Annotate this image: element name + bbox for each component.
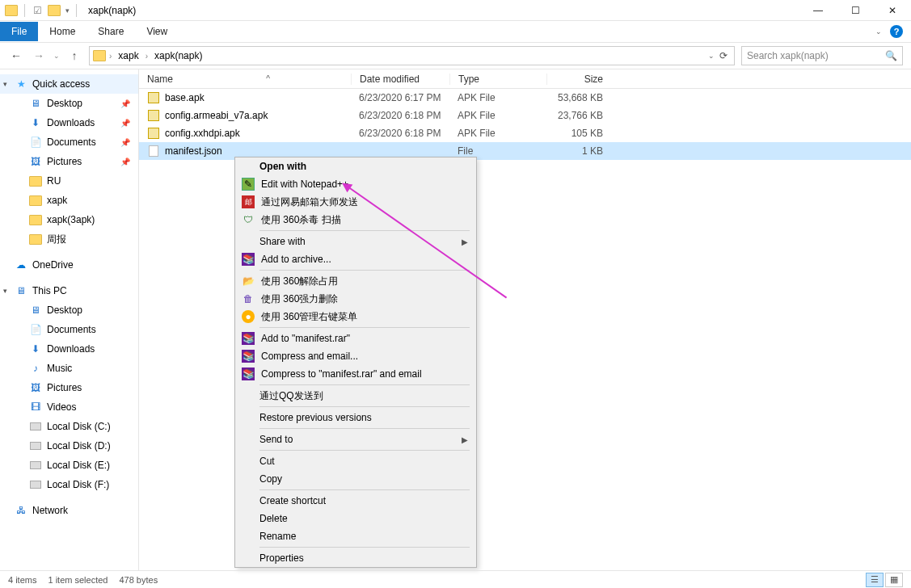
view-icons-button[interactable]: ▦ <box>885 573 903 587</box>
column-size[interactable]: Size <box>546 74 611 85</box>
sidebar-item[interactable]: 周报 <box>0 229 138 249</box>
sidebar-item[interactable]: 🖼Pictures📌 <box>0 152 138 171</box>
address-dropdown-icon[interactable]: ⌄ <box>708 52 715 60</box>
back-button[interactable]: ← <box>8 48 24 64</box>
sidebar-item[interactable]: ⬇Downloads <box>0 339 138 359</box>
pin-icon: 📌 <box>120 138 130 147</box>
sidebar-item[interactable]: Local Disk (C:) <box>0 417 138 436</box>
ctx-delete[interactable]: Delete <box>235 510 476 527</box>
sidebar-item[interactable]: Local Disk (F:) <box>0 475 138 494</box>
sidebar-item-label: 周报 <box>47 233 66 246</box>
ctx-360-force-delete[interactable]: 🗑使用 360强力删除 <box>235 290 476 308</box>
file-row[interactable]: base.apk6/23/2020 6:17 PMAPK File53,668 … <box>139 89 911 107</box>
ctx-copy[interactable]: Copy <box>235 470 476 488</box>
sidebar-item[interactable]: 📄Documents📌 <box>0 132 138 152</box>
file-size: 105 KB <box>546 128 611 139</box>
breadcrumb-part[interactable]: xapk(napk) <box>151 48 205 63</box>
qat-properties-icon[interactable]: ☑ <box>32 5 43 16</box>
view-details-button[interactable]: ☰ <box>866 573 884 587</box>
close-button[interactable]: ✕ <box>874 0 911 21</box>
file-tab[interactable]: File <box>0 22 38 41</box>
apk-file-icon <box>147 109 160 122</box>
context-menu: Open with ✎Edit with Notepad++ 邮通过网易邮箱大师… <box>234 157 477 568</box>
column-date-modified[interactable]: Date modified <box>351 74 449 85</box>
column-name[interactable]: Name <box>139 74 351 85</box>
sidebar-this-pc[interactable]: 🖥 This PC <box>0 281 138 300</box>
sidebar-quick-access[interactable]: ★ Quick access <box>0 74 138 94</box>
history-dropdown-icon[interactable]: ⌄ <box>53 52 60 60</box>
sidebar-network[interactable]: 🖧 Network <box>0 501 138 520</box>
ctx-properties[interactable]: Properties <box>235 549 476 567</box>
tab-share[interactable]: Share <box>86 22 135 41</box>
downloads-icon: ⬇ <box>29 342 42 355</box>
minimize-button[interactable]: — <box>799 0 837 21</box>
help-icon[interactable]: ? <box>890 25 903 38</box>
file-name: manifest.json <box>165 145 222 157</box>
sidebar-item[interactable]: Local Disk (E:) <box>0 456 138 475</box>
up-button[interactable]: ↑ <box>66 48 82 64</box>
chevron-right-icon[interactable]: › <box>108 52 113 61</box>
sidebar-item[interactable]: Local Disk (D:) <box>0 436 138 456</box>
sidebar-item-label: Local Disk (E:) <box>47 460 110 471</box>
sidebar-item[interactable]: 🎞Videos <box>0 397 138 417</box>
file-row[interactable]: config.armeabi_v7a.apk6/23/2020 6:18 PMA… <box>139 107 911 124</box>
ctx-cut[interactable]: Cut <box>235 452 476 470</box>
ribbon-expand-icon[interactable]: ⌄ <box>875 27 882 36</box>
address-folder-icon <box>93 50 106 61</box>
sidebar-item[interactable]: 📄Documents <box>0 320 138 339</box>
sidebar-item[interactable]: 🖼Pictures <box>0 378 138 397</box>
chevron-right-icon[interactable]: › <box>144 52 150 61</box>
ctx-360-manage-context[interactable]: ●使用 360管理右键菜单 <box>235 308 476 326</box>
sidebar-item[interactable]: ♪Music <box>0 359 138 378</box>
sidebar-item[interactable]: xapk <box>0 191 138 210</box>
ctx-qq-send[interactable]: 通过QQ发送到 <box>235 387 476 405</box>
ctx-open-with[interactable]: Open with <box>235 158 476 175</box>
tab-home[interactable]: Home <box>38 22 86 41</box>
ctx-share-with[interactable]: Share with▶ <box>235 233 476 250</box>
title-bar: ☑ ▾ xapk(napk) — ☐ ✕ <box>0 0 911 21</box>
window-icon <box>5 5 18 16</box>
file-row[interactable]: config.xxhdpi.apk6/23/2020 6:18 PMAPK Fi… <box>139 124 911 142</box>
ctx-360-unlock[interactable]: 📂使用 360解除占用 <box>235 272 476 290</box>
sidebar-item[interactable]: 🖥Desktop📌 <box>0 94 138 113</box>
sidebar-item[interactable]: RU <box>0 171 138 191</box>
ctx-netease-send[interactable]: 邮通过网易邮箱大师发送 <box>235 193 476 211</box>
winrar-icon: 📚 <box>242 332 255 345</box>
column-headers: Name Date modified Type Size <box>139 69 911 89</box>
ctx-rename[interactable]: Rename <box>235 527 476 545</box>
ctx-add-to-manifest-rar[interactable]: 📚Add to "manifest.rar" <box>235 330 476 347</box>
qat-new-folder-icon[interactable] <box>48 5 61 16</box>
ctx-send-to[interactable]: Send to▶ <box>235 430 476 448</box>
search-icon[interactable]: 🔍 <box>885 50 897 61</box>
file-date-modified: 6/23/2020 6:18 PM <box>351 110 449 121</box>
search-input[interactable]: Search xapk(napk) 🔍 <box>741 46 903 65</box>
sidebar-item[interactable]: xapk(3apk) <box>0 210 138 229</box>
ctx-create-shortcut[interactable]: Create shortcut <box>235 492 476 510</box>
maximize-button[interactable]: ☐ <box>837 0 874 21</box>
sidebar-item[interactable]: 🖥Desktop <box>0 300 138 320</box>
sidebar-label: Network <box>32 505 68 516</box>
ctx-compress-manifest-email[interactable]: 📚Compress to "manifest.rar" and email <box>235 365 476 383</box>
apk-file-icon <box>147 127 160 140</box>
sidebar-item[interactable]: ⬇Downloads📌 <box>0 113 138 132</box>
sidebar-onedrive[interactable]: ☁ OneDrive <box>0 255 138 275</box>
breadcrumb-part[interactable]: xapk <box>115 48 141 63</box>
column-type[interactable]: Type <box>449 74 546 85</box>
disk-icon <box>29 459 42 472</box>
folder-icon <box>29 194 42 207</box>
tab-view[interactable]: View <box>135 22 179 41</box>
forward-button[interactable]: → <box>31 48 47 64</box>
shield-icon: 🛡 <box>242 213 255 226</box>
file-type: APK File <box>449 128 546 139</box>
refresh-icon[interactable]: ⟳ <box>719 50 728 61</box>
ctx-edit-notepad-plus-plus[interactable]: ✎Edit with Notepad++ <box>235 175 476 193</box>
downloads-icon: ⬇ <box>29 116 42 129</box>
address-bar[interactable]: › xapk › xapk(napk) ⌄ ⟳ <box>89 46 735 65</box>
ctx-360-scan[interactable]: 🛡使用 360杀毒 扫描 <box>235 211 476 229</box>
sidebar-label: This PC <box>32 285 67 296</box>
ctx-restore-previous[interactable]: Restore previous versions <box>235 409 476 426</box>
qat-customize-icon[interactable]: ▾ <box>65 6 70 15</box>
sidebar-item-label: Desktop <box>47 304 82 316</box>
ctx-add-to-archive[interactable]: 📚Add to archive... <box>235 250 476 268</box>
ctx-compress-email[interactable]: 📚Compress and email... <box>235 347 476 365</box>
